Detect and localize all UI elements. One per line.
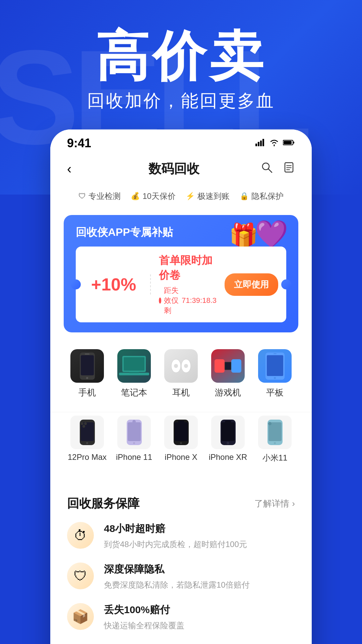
category-item-tablet[interactable]: 平板 xyxy=(251,349,298,398)
svg-point-7 xyxy=(262,163,269,170)
category-img-phone xyxy=(70,349,104,383)
use-coupon-button[interactable]: 立即使用 xyxy=(225,273,278,296)
model-img-iphone11 xyxy=(117,416,151,449)
hero-subtitle: 回收加价，能回更多血 xyxy=(0,89,362,113)
lost-icon-wrap: 📦 xyxy=(67,603,94,630)
model-item-iphonex[interactable]: iPhone X xyxy=(158,416,204,463)
svg-rect-49 xyxy=(225,421,231,423)
page-title: 数码回收 xyxy=(148,160,199,177)
model-label-iphonex: iPhone X xyxy=(165,452,197,462)
model-img-xiaomi11 xyxy=(258,416,292,449)
category-item-earbuds[interactable]: 耳机 xyxy=(158,349,204,398)
svg-point-35 xyxy=(81,422,83,425)
svg-point-46 xyxy=(180,442,182,444)
svg-rect-20 xyxy=(129,372,139,373)
feature-label: 10天保价 xyxy=(142,191,176,202)
svg-rect-30 xyxy=(267,355,283,376)
phone-mockup: 9:41 xyxy=(50,129,312,644)
svg-rect-1 xyxy=(258,142,259,146)
svg-rect-6 xyxy=(284,141,292,144)
service-more-label: 了解详情 xyxy=(254,498,289,509)
category-label-earbuds: 耳机 xyxy=(172,387,190,398)
svg-rect-32 xyxy=(274,353,277,354)
svg-point-42 xyxy=(133,442,135,444)
clock-icon: ⏱ xyxy=(74,528,87,543)
service-item-name: 丢失100%赔付 xyxy=(104,603,295,617)
svg-rect-5 xyxy=(293,142,294,144)
category-img-gaming xyxy=(211,349,245,383)
feature-fast: ⚡ 极速到账 xyxy=(186,191,230,202)
svg-point-15 xyxy=(86,377,88,379)
coupon-timer: 距失效仅剩 71:39:18.3 xyxy=(159,285,217,316)
price-icon: 💰 xyxy=(131,192,140,201)
coupon-dot-right xyxy=(281,279,291,289)
svg-point-50 xyxy=(227,442,229,444)
service-header: 回收服务保障 了解详情 › xyxy=(67,495,295,512)
status-time: 9:41 xyxy=(67,136,91,150)
category-label-phone: 手机 xyxy=(78,387,96,398)
category-label-gaming: 游戏机 xyxy=(215,387,241,398)
svg-rect-18 xyxy=(124,357,144,371)
service-more-button[interactable]: 了解详情 › xyxy=(254,498,295,509)
category-img-earbuds xyxy=(164,349,198,383)
coupon-percent-value: +10% xyxy=(91,275,136,294)
coupon-name: 首单限时加价卷 xyxy=(159,253,217,283)
svg-point-38 xyxy=(86,442,88,444)
svg-point-24 xyxy=(184,364,188,368)
model-item-xiaomi11[interactable]: 小米11 xyxy=(251,416,298,463)
category-item-gaming[interactable]: 游戏机 xyxy=(204,349,251,398)
service-item-desc: 免费深度隐私清除，若隐私泄露10倍赔付 xyxy=(104,579,295,591)
svg-rect-16 xyxy=(85,354,89,355)
lightning-icon: ⚡ xyxy=(186,192,195,201)
svg-rect-40 xyxy=(128,422,141,441)
svg-point-41 xyxy=(132,420,136,423)
coupon-info: 首单限时加价卷 距失效仅剩 71:39:18.3 xyxy=(151,253,225,316)
service-item-lost: 📦 丢失100%赔付 快递运输全程保险覆盖 xyxy=(67,603,295,632)
coupon-card: +10% 首单限时加价卷 距失效仅剩 71:39:18.3 立即使用 xyxy=(76,247,286,322)
timer-value: 71:39:18.3 xyxy=(182,296,217,305)
feature-professional: 🛡 专业检测 xyxy=(78,191,121,202)
svg-rect-19 xyxy=(119,373,149,375)
service-item-desc: 快递运输全程保险覆盖 xyxy=(104,620,295,632)
svg-rect-26 xyxy=(231,359,241,373)
model-item-iphonexr[interactable]: iPhone XR xyxy=(204,416,251,463)
feature-label: 专业检测 xyxy=(88,191,121,202)
service-item-desc: 到货48小时内完成质检，超时赔付100元 xyxy=(104,538,295,550)
svg-point-37 xyxy=(82,425,85,428)
feature-label: 极速到账 xyxy=(197,191,230,202)
service-item-text: 丢失100%赔付 快递运输全程保险覆盖 xyxy=(104,603,295,632)
coupon-discount: +10% xyxy=(84,274,151,294)
model-img-iphonex xyxy=(164,416,198,449)
model-img-12promax xyxy=(70,416,104,449)
back-button[interactable]: ‹ xyxy=(67,161,87,176)
model-label-12promax: 12Pro Max xyxy=(68,452,107,462)
battery-icon xyxy=(283,140,295,147)
coupon-dot-left xyxy=(71,279,81,289)
model-label-iphone11: iPhone 11 xyxy=(116,452,152,462)
service-item-name: 48小时超时赔 xyxy=(104,522,295,536)
model-item-iphone11[interactable]: iPhone 11 xyxy=(111,416,158,463)
svg-point-54 xyxy=(274,442,276,444)
svg-rect-48 xyxy=(222,422,235,441)
document-button[interactable] xyxy=(283,161,295,176)
hero-section: 高价卖 回收加价，能回更多血 xyxy=(0,0,362,113)
timer-dot-icon xyxy=(159,298,161,304)
crystal-icon: 💜 xyxy=(255,218,288,250)
model-img-iphonexr xyxy=(211,416,245,449)
category-item-phone[interactable]: 手机 xyxy=(64,349,111,398)
status-bar: 9:41 xyxy=(50,129,312,154)
svg-point-23 xyxy=(174,364,178,368)
model-grid: 12Pro Max iPhone 11 xyxy=(50,412,312,477)
service-item-text: 48小时超时赔 到货48小时内完成质检，超时赔付100元 xyxy=(104,522,295,550)
nav-bar: ‹ 数码回收 xyxy=(50,154,312,184)
service-item-text: 深度保障隐私 免费深度隐私清除，若隐私泄露10倍赔付 xyxy=(104,562,295,591)
service-item-name: 深度保障隐私 xyxy=(104,562,295,576)
svg-line-8 xyxy=(268,169,272,172)
search-button[interactable] xyxy=(261,161,273,176)
model-label-xiaomi11: 小米11 xyxy=(262,452,288,463)
svg-point-31 xyxy=(274,377,276,379)
model-item-12promax[interactable]: 12Pro Max xyxy=(64,416,111,463)
gift-icon: 🎁 xyxy=(229,222,258,249)
category-item-laptop[interactable]: 笔记本 xyxy=(111,349,158,398)
privacy-icon-wrap: 🛡 xyxy=(67,562,94,589)
